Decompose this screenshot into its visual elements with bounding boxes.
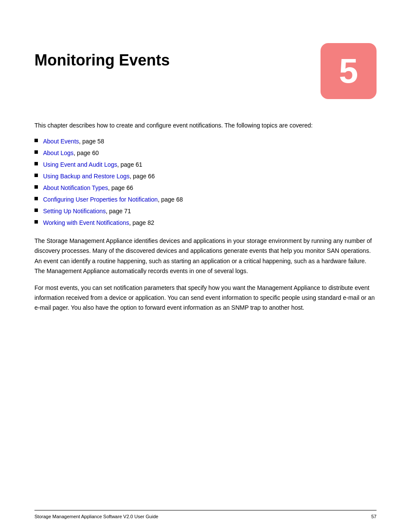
bullet-icon [34,150,38,154]
list-item: Setting Up Notifications, page 71 [34,207,377,216]
bullet-icon [34,185,38,189]
chapter-title-area: Monitoring Events [34,52,303,69]
list-item: Configuring User Properties for Notifica… [34,195,377,204]
body-paragraph-2: For most events, you can set notificatio… [34,283,377,313]
page-container: Monitoring Events 5 This chapter describ… [0,0,411,532]
toc-link[interactable]: Working with Event Notifications [43,219,129,226]
list-item: Working with Event Notifications, page 8… [34,218,377,227]
list-item: Using Event and Audit Logs, page 61 [34,160,377,169]
toc-page: , page 68 [158,196,183,203]
bullet-icon [34,220,38,224]
bullet-icon [34,139,38,142]
toc-item-text: Working with Event Notifications, page 8… [43,218,154,227]
toc-page: , page 66 [108,184,133,191]
toc-page: , page 61 [117,161,142,168]
toc-link[interactable]: Using Event and Audit Logs [43,161,117,168]
list-item: Using Backup and Restore Logs, page 66 [34,172,377,181]
toc-item-text: About Notification Types, page 66 [43,184,133,193]
chapter-header: Monitoring Events 5 [0,0,411,116]
list-item: About Logs, page 60 [34,149,377,158]
intro-paragraph: This chapter describes how to create and… [34,121,377,130]
toc-item-text: Configuring User Properties for Notifica… [43,195,183,204]
footer-left-text: Storage Management Appliance Software V2… [34,514,158,519]
footer-page-number: 57 [371,514,377,519]
bullet-icon [34,174,38,177]
toc-page: , page 66 [130,173,155,180]
list-item: About Notification Types, page 66 [34,184,377,193]
toc-item-text: Using Event and Audit Logs, page 61 [43,160,142,169]
toc-page: , page 71 [106,208,131,215]
toc-list: About Events, page 58 About Logs, page 6… [34,137,377,227]
bullet-icon [34,162,38,165]
page-footer: Storage Management Appliance Software V2… [34,510,377,519]
list-item: About Events, page 58 [34,137,377,146]
toc-page: , page 60 [74,149,99,156]
toc-link[interactable]: Configuring User Properties for Notifica… [43,196,158,203]
content-area: This chapter describes how to create and… [0,116,411,337]
toc-link[interactable]: Setting Up Notifications [43,208,106,215]
toc-page: , page 82 [129,219,154,226]
toc-link[interactable]: About Events [43,138,79,145]
bullet-icon [34,208,38,212]
chapter-badge: 5 [321,43,377,99]
toc-link[interactable]: About Notification Types [43,184,108,191]
toc-item-text: Using Backup and Restore Logs, page 66 [43,172,155,181]
toc-item-text: About Events, page 58 [43,137,104,146]
toc-link[interactable]: About Logs [43,149,74,156]
toc-item-text: Setting Up Notifications, page 71 [43,207,131,216]
chapter-title: Monitoring Events [34,52,303,69]
toc-item-text: About Logs, page 60 [43,149,99,158]
bullet-icon [34,197,38,200]
toc-page: , page 58 [79,138,104,145]
body-paragraph-1: The Storage Management Appliance identif… [34,236,377,276]
toc-link[interactable]: Using Backup and Restore Logs [43,173,130,180]
chapter-number: 5 [339,54,358,88]
